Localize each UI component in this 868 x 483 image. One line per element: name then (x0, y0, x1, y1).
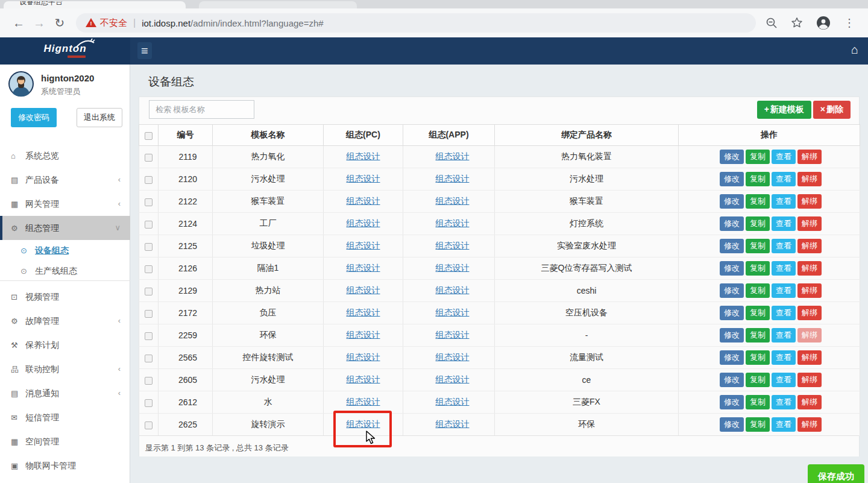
sidebar-item-视频管理[interactable]: ⊡视频管理 (0, 285, 130, 309)
sidebar-item-故障管理[interactable]: ⚙故障管理‹ (0, 309, 130, 333)
edit-button[interactable]: 修改 (720, 350, 744, 365)
sidebar-item-系统总览[interactable]: ⌂系统总览 (0, 144, 130, 168)
unbind-button[interactable]: 解绑 (797, 261, 822, 276)
config-app-link[interactable]: 组态设计 (436, 174, 470, 183)
edit-button[interactable]: 修改 (720, 239, 744, 253)
row-checkbox[interactable] (145, 243, 153, 251)
row-checkbox[interactable] (145, 399, 153, 407)
edit-button[interactable]: 修改 (720, 283, 744, 298)
row-checkbox[interactable] (145, 154, 153, 162)
sidebar-item-消息通知[interactable]: ▤消息通知‹ (0, 381, 130, 405)
search-input[interactable] (149, 100, 254, 119)
edit-button[interactable]: 修改 (720, 150, 744, 164)
row-checkbox[interactable] (145, 198, 153, 206)
view-button[interactable]: 查看 (772, 417, 796, 432)
copy-button[interactable]: 复制 (746, 172, 770, 186)
view-button[interactable]: 查看 (772, 328, 796, 343)
config-app-link[interactable]: 组态设计 (436, 397, 470, 406)
config-app-link[interactable]: 组态设计 (436, 419, 470, 429)
edit-button[interactable]: 修改 (720, 261, 744, 276)
row-checkbox[interactable] (145, 288, 153, 295)
view-button[interactable]: 查看 (772, 373, 796, 387)
logo-zone[interactable]: Hignton (0, 37, 130, 65)
sidebar-item-设备组态[interactable]: ⊙设备组态 (0, 240, 130, 260)
reload-icon[interactable]: ↻ (49, 16, 70, 30)
copy-button[interactable]: 复制 (746, 150, 770, 164)
view-button[interactable]: 查看 (772, 261, 796, 276)
copy-button[interactable]: 复制 (746, 350, 770, 365)
copy-button[interactable]: 复制 (746, 194, 770, 209)
sidebar-item-产品设备[interactable]: ▤产品设备‹ (0, 168, 130, 192)
config-pc-link[interactable]: 组态设计 (347, 352, 380, 362)
unbind-button[interactable]: 解绑 (797, 283, 822, 298)
browser-profile-avatar[interactable] (816, 16, 831, 30)
config-pc-link[interactable]: 组态设计 (347, 174, 380, 183)
unbind-button[interactable]: 解绑 (797, 172, 822, 186)
edit-button[interactable]: 修改 (720, 417, 744, 432)
copy-button[interactable]: 复制 (746, 417, 770, 432)
sidebar-item-网关管理[interactable]: ▦网关管理‹ (0, 192, 130, 216)
unbind-button[interactable]: 解绑 (797, 417, 822, 432)
sidebar-item-联动控制[interactable]: 品联动控制‹ (0, 357, 130, 381)
row-checkbox[interactable] (145, 265, 153, 273)
user-avatar[interactable] (8, 71, 34, 99)
copy-button[interactable]: 复制 (746, 239, 770, 253)
sidebar-item-物联网卡管理[interactable]: ▣物联网卡管理 (0, 453, 130, 478)
sidebar-toggle-icon[interactable]: ≡ (137, 42, 152, 59)
browser-menu-icon[interactable]: ⋮ (844, 16, 855, 30)
config-app-link[interactable]: 组态设计 (436, 285, 470, 295)
edit-button[interactable]: 修改 (720, 328, 744, 343)
edit-button[interactable]: 修改 (720, 373, 744, 387)
edit-button[interactable]: 修改 (720, 194, 744, 209)
view-button[interactable]: 查看 (772, 194, 796, 209)
copy-button[interactable]: 复制 (746, 328, 770, 343)
view-button[interactable]: 查看 (772, 150, 796, 164)
config-app-link[interactable]: 组态设计 (436, 308, 470, 317)
row-checkbox[interactable] (145, 332, 153, 340)
config-app-link[interactable]: 组态设计 (436, 330, 470, 339)
config-app-link[interactable]: 组态设计 (436, 196, 470, 206)
unbind-button[interactable]: 解绑 (797, 350, 822, 365)
sidebar-item-生产线组态[interactable]: ⊙生产线组态 (0, 260, 130, 281)
copy-button[interactable]: 复制 (746, 261, 770, 276)
view-button[interactable]: 查看 (772, 306, 796, 320)
edit-button[interactable]: 修改 (720, 172, 744, 186)
config-pc-link[interactable]: 组态设计 (347, 285, 380, 295)
unbind-button[interactable]: 解绑 (797, 373, 822, 387)
row-checkbox[interactable] (145, 355, 153, 362)
copy-button[interactable]: 复制 (746, 216, 770, 231)
sidebar-item-组态管理[interactable]: ⚙组态管理∨ (0, 216, 130, 240)
back-icon[interactable]: ← (8, 16, 29, 30)
url-bar[interactable]: ! 不安全 | iot.idosp.net /admin/index.html?… (76, 13, 756, 33)
edit-button[interactable]: 修改 (720, 216, 744, 231)
edit-button[interactable]: 修改 (720, 395, 744, 409)
config-pc-link[interactable]: 组态设计 (347, 218, 380, 228)
bookmark-star-icon[interactable] (791, 17, 803, 29)
zoom-out-icon[interactable] (766, 17, 778, 29)
unbind-button[interactable]: 解绑 (797, 395, 822, 409)
view-button[interactable]: 查看 (772, 350, 796, 365)
config-pc-link[interactable]: 组态设计 (347, 241, 380, 250)
create-template-button[interactable]: +新建模板 (757, 101, 811, 119)
config-pc-link[interactable]: 组态设计 (347, 151, 380, 161)
config-pc-link[interactable]: 组态设计 (347, 330, 380, 339)
unbind-button[interactable]: 解绑 (797, 306, 822, 320)
config-app-link[interactable]: 组态设计 (436, 151, 470, 161)
view-button[interactable]: 查看 (772, 239, 796, 253)
config-app-link[interactable]: 组态设计 (436, 352, 470, 362)
unbind-button[interactable]: 解绑 (797, 194, 822, 209)
unbind-button[interactable]: 解绑 (797, 150, 822, 164)
sidebar-item-保养计划[interactable]: ⚒保养计划 (0, 333, 130, 357)
change-password-button[interactable]: 修改密码 (11, 108, 57, 127)
row-checkbox[interactable] (145, 377, 153, 385)
copy-button[interactable]: 复制 (746, 395, 770, 409)
browser-tab[interactable]: 设备组态平台 (4, 1, 186, 8)
logout-button[interactable]: 退出系统 (77, 108, 122, 127)
sidebar-item-短信管理[interactable]: ✉短信管理 (0, 405, 130, 429)
delete-button[interactable]: ×删除 (813, 101, 851, 119)
copy-button[interactable]: 复制 (746, 306, 770, 320)
sidebar-item-空间管理[interactable]: ▦空间管理 (0, 429, 130, 453)
select-all-checkbox[interactable] (145, 132, 153, 140)
row-checkbox[interactable] (145, 221, 153, 229)
config-app-link[interactable]: 组态设计 (436, 218, 470, 228)
